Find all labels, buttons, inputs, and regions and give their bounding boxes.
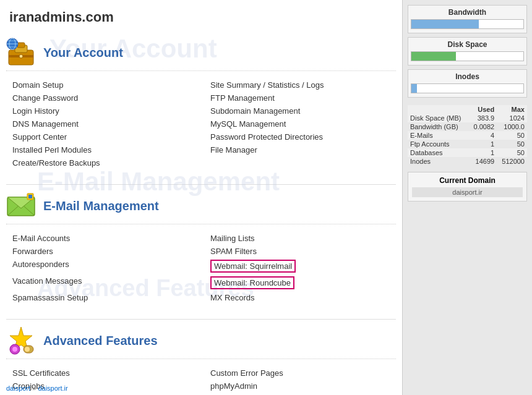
bandwidth-title: Bandwidth xyxy=(411,8,524,17)
divider-1 xyxy=(6,184,396,185)
stats-cell-used: 383.9 xyxy=(469,114,497,122)
perl-modules-link[interactable]: Installed Perl Modules xyxy=(12,144,198,156)
diskspace-title: Disk Space xyxy=(411,40,524,49)
current-domain-title: Current Domain xyxy=(412,176,523,185)
diskspace-section: Disk Space xyxy=(408,37,527,66)
support-center-link[interactable]: Support Center xyxy=(12,131,198,143)
stats-cell-used: 1 xyxy=(469,148,497,157)
email-icon xyxy=(6,191,36,221)
svg-rect-2 xyxy=(17,43,25,48)
account-icon xyxy=(6,38,36,67)
current-domain-section: Current Domain daisport.ir xyxy=(408,172,527,202)
stats-cell-max: 1024 xyxy=(497,114,527,122)
phpmyadmin-link[interactable]: phpMyAdmin xyxy=(210,380,396,392)
breadcrumb-domain-link[interactable]: daisport.ir xyxy=(38,384,67,392)
mysql-management-link[interactable]: MySQL Management xyxy=(210,118,396,130)
breadcrumb: daisport » daisport.ir xyxy=(6,384,68,392)
spamassassin-link[interactable]: Spamassassin Setup xyxy=(12,292,198,304)
vacation-messages-link[interactable]: Vacation Messages xyxy=(12,275,198,291)
inodes-progress-container xyxy=(411,83,524,93)
mailing-lists-link[interactable]: Mailing Lists xyxy=(210,232,396,244)
stats-col-name xyxy=(408,105,469,114)
stats-cell-max: 1000.0 xyxy=(497,122,527,131)
bandwidth-progress-fill xyxy=(411,20,479,28)
diskspace-progress-container xyxy=(411,51,524,61)
svg-point-4 xyxy=(19,54,23,58)
stats-cell-label: Databases xyxy=(408,148,469,157)
stats-col-max: Max xyxy=(497,105,527,114)
email-accounts-link[interactable]: E-Mail Accounts xyxy=(12,232,198,244)
domain-setup-link[interactable]: Domain Setup xyxy=(12,79,198,91)
email-management-title: E-Mail Management xyxy=(43,199,159,213)
stats-row: Disk Space (MB)383.91024 xyxy=(408,114,527,122)
svg-point-20 xyxy=(25,347,30,352)
stats-cell-used: 1 xyxy=(469,140,497,148)
stats-cell-label: Disk Space (MB) xyxy=(408,114,469,122)
file-manager-link[interactable]: File Manager xyxy=(210,144,396,156)
stats-cell-used: 14699 xyxy=(469,157,497,166)
inodes-section: Inodes xyxy=(408,69,527,98)
advanced-icon xyxy=(6,326,36,355)
create-restore-backups-link[interactable]: Create/Restore Backups xyxy=(12,157,198,169)
mx-records-link[interactable]: MX Records xyxy=(210,292,396,304)
webmail-roundcube-link[interactable]: Webmail: Roundcube xyxy=(210,275,396,291)
your-account-title: Your Account xyxy=(43,46,123,60)
right-sidebar: Bandwidth Disk Space Inodes Used Max xyxy=(402,0,532,395)
bandwidth-section: Bandwidth xyxy=(408,5,527,33)
advanced-header: Advanced Features xyxy=(6,326,396,359)
stats-row: E-Mails450 xyxy=(408,131,527,140)
current-domain-value: daisport.ir xyxy=(412,187,523,197)
your-account-links: Domain Setup Site Summary / Statistics /… xyxy=(6,76,396,175)
site-title: iranadmins.com xyxy=(6,6,396,32)
svg-rect-15 xyxy=(28,195,32,198)
stats-cell-max: 50 xyxy=(497,148,527,157)
stats-cell-label: E-Mails xyxy=(408,131,469,140)
stats-cell-used: 4 xyxy=(469,131,497,140)
stats-cell-max: 50 xyxy=(497,140,527,148)
stats-cell-label: Bandwidth (GB) xyxy=(408,122,469,131)
advanced-features-title: Advanced Features xyxy=(43,334,158,348)
stats-table-container: Used Max Disk Space (MB)383.91024Bandwid… xyxy=(408,101,527,166)
dns-management-link[interactable]: DNS Management xyxy=(12,118,198,130)
email-management-section: E-Mail Management E-Mail Accounts Mailin… xyxy=(6,191,396,310)
ssl-certificates-link[interactable]: SSL Certificates xyxy=(12,367,198,379)
email-links: E-Mail Accounts Mailing Lists Forwarders… xyxy=(6,229,396,310)
inodes-progress-fill xyxy=(411,84,417,93)
breadcrumb-root-link[interactable]: daisport xyxy=(6,384,30,392)
email-header: E-Mail Management xyxy=(6,191,396,224)
bandwidth-progress-container xyxy=(411,19,524,29)
stats-cell-used: 0.0082 xyxy=(469,122,497,131)
webmail-squirrelmail-link[interactable]: Webmail: Squirrelmail xyxy=(210,258,396,274)
password-protected-dirs-link[interactable]: Password Protected Directories xyxy=(210,131,396,143)
change-password-link[interactable]: Change Password xyxy=(12,92,198,104)
your-account-section: Your Account Domain Setup Site Summary /… xyxy=(6,38,396,175)
stats-row: Bandwidth (GB)0.00821000.0 xyxy=(408,122,527,131)
login-history-link[interactable]: Login History xyxy=(12,105,198,117)
stats-cell-max: 50 xyxy=(497,131,527,140)
stats-col-used: Used xyxy=(469,105,497,114)
stats-cell-max: 512000 xyxy=(497,157,527,166)
site-summary-link[interactable]: Site Summary / Statistics / Logs xyxy=(210,79,396,91)
stats-cell-label: Inodes xyxy=(408,157,469,166)
webmail-squirrelmail-highlight: Webmail: Squirrelmail xyxy=(210,260,296,273)
forwarders-link[interactable]: Forwarders xyxy=(12,245,198,257)
stats-row: Ftp Accounts150 xyxy=(408,140,527,148)
stats-row: Inodes14699512000 xyxy=(408,157,527,166)
divider-2 xyxy=(6,319,396,320)
stats-table: Used Max Disk Space (MB)383.91024Bandwid… xyxy=(408,105,527,166)
diskspace-progress-fill xyxy=(411,52,456,61)
custom-error-pages-link[interactable]: Custom Error Pages xyxy=(210,367,396,379)
inodes-title: Inodes xyxy=(411,72,524,81)
webmail-roundcube-highlight: Webmail: Roundcube xyxy=(210,276,294,289)
stats-cell-label: Ftp Accounts xyxy=(408,140,469,148)
your-account-header: Your Account xyxy=(6,38,396,71)
svg-point-18 xyxy=(12,347,17,352)
autoresponders-link[interactable]: Autoresponders xyxy=(12,258,198,274)
stats-row: Databases150 xyxy=(408,148,527,157)
main-content: Your Account E-Mail Management Advanced … xyxy=(0,0,402,395)
ftp-management-link[interactable]: FTP Management xyxy=(210,92,396,104)
spam-filters-link[interactable]: SPAM Filters xyxy=(210,245,396,257)
subdomain-management-link[interactable]: Subdomain Management xyxy=(210,105,396,117)
